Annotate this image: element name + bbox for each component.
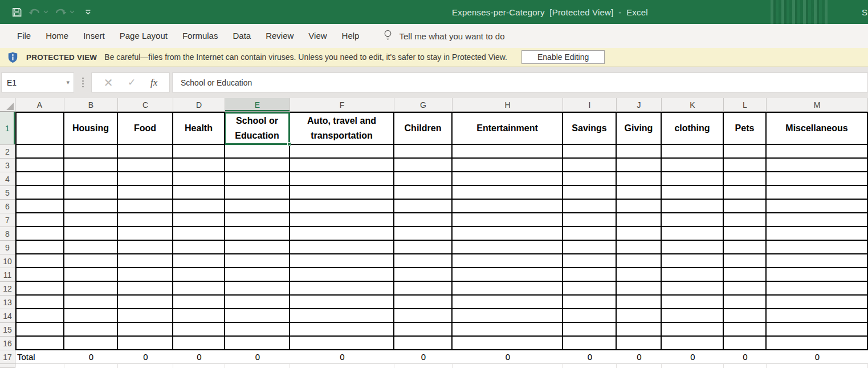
cell-G4[interactable] [394,172,453,186]
cell-G8[interactable] [394,227,453,241]
row-header-15[interactable]: 15 [0,323,15,337]
tab-formulas[interactable]: Formulas [175,24,226,48]
cell-B8[interactable] [64,227,118,241]
cell-K13[interactable] [662,296,724,309]
cell-L8[interactable] [724,227,767,241]
cell-F3[interactable] [290,159,394,172]
cell-M6[interactable] [767,200,868,213]
cell-M17[interactable]: 0 [767,350,868,364]
cell-K1[interactable]: clothing [662,112,724,145]
cell-F2[interactable] [290,145,394,159]
cell-A17-total-label[interactable]: Total [15,350,64,364]
tab-help[interactable]: Help [335,24,367,48]
row-header-10[interactable]: 10 [0,254,15,268]
cell-D8[interactable] [173,227,225,241]
cell-C8[interactable] [118,227,173,241]
fill-handle[interactable] [287,142,291,146]
cell-B13[interactable] [64,296,118,309]
cell-G7[interactable] [394,213,453,227]
cell-G9[interactable] [394,241,453,254]
cell-M15[interactable] [767,323,868,337]
tab-review[interactable]: Review [258,24,301,48]
row-header-11[interactable]: 11 [0,268,15,282]
cell-D3[interactable] [173,159,225,172]
row-header-18[interactable]: 18 [0,364,15,368]
enable-editing-button[interactable]: Enable Editing [521,50,605,64]
cell-G6[interactable] [394,200,453,213]
cell-J6[interactable] [617,200,662,213]
column-header-E[interactable]: E [225,98,290,112]
cell-B4[interactable] [64,172,118,186]
row-header-12[interactable]: 12 [0,282,15,296]
cell-C11[interactable] [118,268,173,282]
cell-L17[interactable]: 0 [724,350,767,364]
cell-E5[interactable] [225,186,290,200]
cell-C1[interactable]: Food [118,112,173,145]
cell-I13[interactable] [563,296,617,309]
cell-L12[interactable] [724,282,767,296]
cell-D12[interactable] [173,282,225,296]
tab-file[interactable]: File [10,24,38,48]
cell-M1[interactable]: Miscellaneous [767,112,868,145]
cell-D4[interactable] [173,172,225,186]
cell-B6[interactable] [64,200,118,213]
cell-B17[interactable]: 0 [64,350,118,364]
cell-L15[interactable] [724,323,767,337]
cell-F8[interactable] [290,227,394,241]
undo-dropdown-icon[interactable] [43,10,48,14]
row-header-8[interactable]: 8 [0,227,15,241]
cell-J3[interactable] [617,159,662,172]
cell-L9[interactable] [724,241,767,254]
cell-B16[interactable] [64,337,118,350]
cell-C18[interactable] [118,364,173,368]
cell-M13[interactable] [767,296,868,309]
cell-B12[interactable] [64,282,118,296]
cell-D14[interactable] [173,309,225,323]
cell-I15[interactable] [563,323,617,337]
cell-A4[interactable] [15,172,64,186]
cell-B3[interactable] [64,159,118,172]
cell-E1[interactable]: School or Education [225,112,290,145]
tab-data[interactable]: Data [225,24,258,48]
cell-M5[interactable] [767,186,868,200]
cell-C17[interactable]: 0 [118,350,173,364]
cell-M11[interactable] [767,268,868,282]
cell-K15[interactable] [662,323,724,337]
cell-A14[interactable] [15,309,64,323]
cell-J18[interactable] [617,364,662,368]
row-header-5[interactable]: 5 [0,186,15,200]
cell-D10[interactable] [173,254,225,268]
cell-H1[interactable]: Entertainment [453,112,563,145]
select-all-corner[interactable] [0,98,15,112]
formula-bar-grip[interactable] [82,78,84,87]
cell-E16[interactable] [225,337,290,350]
cell-B1[interactable]: Housing [64,112,118,145]
account-label[interactable]: S [862,0,867,24]
cell-I7[interactable] [563,213,617,227]
cell-K17[interactable]: 0 [662,350,724,364]
cell-L14[interactable] [724,309,767,323]
cell-H18[interactable] [453,364,563,368]
qat-customize-icon[interactable] [85,9,91,15]
cell-K11[interactable] [662,268,724,282]
cell-K3[interactable] [662,159,724,172]
cell-C15[interactable] [118,323,173,337]
cell-F14[interactable] [290,309,394,323]
cell-E8[interactable] [225,227,290,241]
cell-D16[interactable] [173,337,225,350]
cell-K6[interactable] [662,200,724,213]
cell-E18[interactable] [225,364,290,368]
undo-icon[interactable] [28,7,41,17]
save-icon[interactable] [11,7,22,18]
cell-H9[interactable] [453,241,563,254]
cell-E12[interactable] [225,282,290,296]
cancel-icon[interactable]: ✕ [104,77,113,88]
cell-G1[interactable]: Children [394,112,453,145]
cell-A12[interactable] [15,282,64,296]
insert-function-icon[interactable]: fx [150,77,157,88]
cell-F1[interactable]: Auto, travel and transportation [290,112,394,145]
cell-J12[interactable] [617,282,662,296]
cell-G12[interactable] [394,282,453,296]
cell-H7[interactable] [453,213,563,227]
cell-E4[interactable] [225,172,290,186]
